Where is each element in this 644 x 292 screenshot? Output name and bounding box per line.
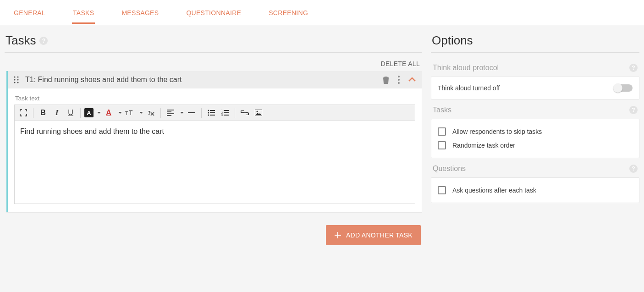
task-text-label: Task text: [14, 92, 415, 105]
ask-after-checkbox[interactable]: [438, 186, 446, 194]
tab-questionnaire[interactable]: QUESTIONNAIRE: [185, 1, 242, 24]
toolbar-separator: [160, 108, 161, 118]
add-task-label: ADD ANOTHER TASK: [346, 231, 413, 239]
collapse-icon[interactable]: [408, 77, 416, 83]
task-text-input[interactable]: Find running shoes and add them to the c…: [15, 121, 415, 204]
task-card: T1: Find running shoes and add them to t…: [6, 71, 422, 212]
think-aloud-box: Think aloud turned off: [431, 77, 639, 99]
think-aloud-title: Think aloud protocol: [433, 64, 499, 72]
svg-text:T: T: [125, 111, 128, 116]
tab-general[interactable]: GENERAL: [13, 1, 46, 24]
highlight-dropdown[interactable]: [95, 107, 101, 119]
svg-point-32: [257, 111, 258, 112]
fullscreen-icon[interactable]: [17, 107, 29, 119]
toolbar-separator: [235, 108, 235, 118]
task-actions: [382, 76, 416, 84]
delete-all-row: DELETE ALL: [5, 57, 422, 71]
think-aloud-toggle[interactable]: [614, 84, 633, 92]
think-aloud-status: Think aloud turned off: [438, 84, 500, 92]
task-card-header: T1: Find running shoes and add them to t…: [8, 71, 422, 88]
image-button[interactable]: [253, 107, 264, 119]
svg-point-6: [398, 76, 400, 77]
svg-point-3: [17, 79, 18, 80]
task-body: Task text B I U A A: [8, 88, 422, 212]
svg-point-1: [17, 76, 18, 77]
questions-options-box: Ask questions after each task: [431, 177, 639, 203]
task-title: T1: Find running shoes and add them to t…: [25, 76, 377, 84]
numbered-list-button[interactable]: 123: [219, 107, 231, 119]
tasks-options-title: Tasks: [433, 106, 451, 114]
svg-point-5: [17, 82, 18, 83]
link-button[interactable]: [239, 107, 251, 119]
help-icon[interactable]: ?: [629, 165, 638, 173]
svg-rect-20: [210, 110, 215, 111]
svg-point-4: [14, 82, 15, 83]
randomize-label: Randomize task order: [452, 142, 515, 149]
svg-text:3: 3: [221, 114, 223, 116]
options-heading-row: Options: [431, 25, 639, 52]
svg-rect-22: [210, 112, 215, 113]
rich-text-editor: B I U A A TT T: [14, 105, 415, 204]
options-heading: Options: [432, 33, 473, 48]
svg-rect-28: [224, 112, 229, 113]
ask-after-label: Ask questions after each task: [452, 187, 536, 194]
align-button[interactable]: [165, 107, 176, 119]
help-icon[interactable]: ?: [629, 64, 638, 72]
plus-icon: [334, 231, 341, 239]
text-highlight-button[interactable]: A: [84, 108, 94, 117]
horizontal-rule-button[interactable]: [186, 107, 198, 119]
page-body: Tasks ? DELETE ALL T1: Find running shoe…: [0, 25, 644, 292]
svg-point-19: [208, 110, 209, 111]
svg-rect-26: [224, 110, 229, 111]
svg-rect-30: [224, 115, 229, 116]
help-icon[interactable]: ?: [39, 37, 48, 45]
bold-button[interactable]: B: [37, 107, 49, 119]
svg-point-23: [208, 115, 209, 116]
tasks-heading-row: Tasks ?: [5, 25, 422, 52]
allow-skip-label: Allow respondents to skip tasks: [452, 128, 542, 135]
allow-skip-checkbox[interactable]: [438, 127, 446, 136]
divider: [5, 52, 422, 53]
text-color-dropdown[interactable]: [116, 107, 122, 119]
svg-point-21: [208, 112, 209, 114]
svg-point-7: [398, 79, 400, 81]
tab-screening[interactable]: SCREENING: [268, 1, 309, 24]
more-icon[interactable]: [398, 76, 400, 84]
options-panel: Options Think aloud protocol ? Think alo…: [431, 25, 639, 274]
text-color-button[interactable]: A: [103, 107, 115, 119]
divider: [431, 52, 639, 53]
svg-point-8: [398, 82, 400, 84]
delete-all-button[interactable]: DELETE ALL: [381, 60, 420, 67]
svg-point-0: [14, 76, 15, 77]
tasks-panel: Tasks ? DELETE ALL T1: Find running shoe…: [5, 25, 422, 274]
align-dropdown[interactable]: [178, 107, 184, 119]
add-task-row: ADD ANOTHER TASK: [5, 225, 422, 245]
tasks-options-box: Allow respondents to skip tasks Randomiz…: [431, 119, 639, 158]
clear-format-button[interactable]: T: [145, 107, 157, 119]
questions-options-title-row: Questions ?: [431, 158, 639, 177]
svg-point-2: [14, 79, 15, 80]
tasks-heading: Tasks: [6, 33, 36, 48]
toolbar-separator: [201, 108, 202, 118]
bullet-list-button[interactable]: [205, 107, 217, 119]
rte-toolbar: B I U A A TT T: [15, 105, 415, 121]
tab-tasks[interactable]: TASKS: [72, 1, 95, 24]
svg-text:T: T: [129, 110, 133, 116]
italic-button[interactable]: I: [51, 107, 63, 119]
font-size-dropdown[interactable]: [138, 107, 143, 119]
trash-icon[interactable]: [382, 76, 390, 84]
svg-rect-24: [210, 115, 215, 116]
toolbar-separator: [80, 108, 81, 118]
help-icon[interactable]: ?: [629, 106, 638, 114]
questions-options-title: Questions: [433, 165, 466, 173]
think-aloud-title-row: Think aloud protocol ?: [431, 57, 639, 77]
tasks-options-title-row: Tasks ?: [431, 99, 639, 119]
add-task-button[interactable]: ADD ANOTHER TASK: [326, 225, 421, 245]
tab-messages[interactable]: MESSAGES: [121, 1, 160, 24]
drag-handle-icon[interactable]: [13, 76, 20, 83]
tab-bar: GENERAL TASKS MESSAGES QUESTIONNAIRE SCR…: [0, 0, 644, 25]
toolbar-separator: [33, 108, 33, 118]
underline-button[interactable]: U: [65, 107, 77, 119]
font-size-button[interactable]: TT: [124, 107, 136, 119]
randomize-checkbox[interactable]: [438, 141, 446, 149]
